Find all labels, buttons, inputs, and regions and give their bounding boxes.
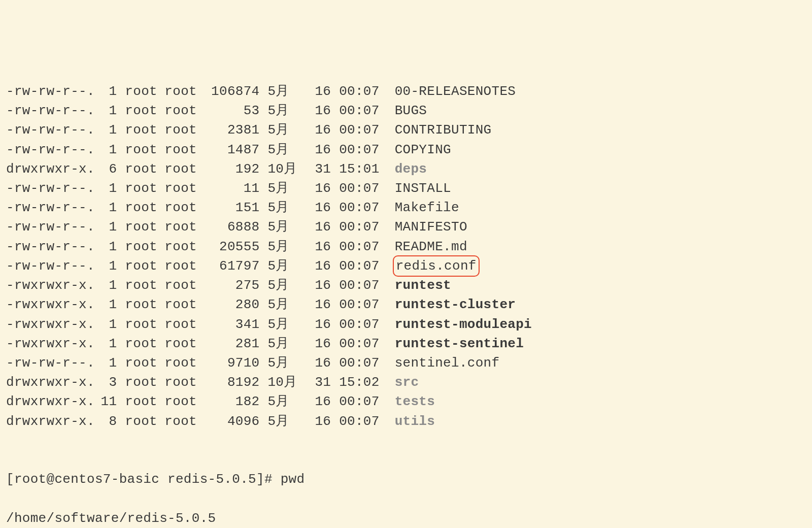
file-link-count: 1 — [93, 101, 117, 120]
file-month: 10月 — [267, 373, 307, 392]
file-permissions: -rw-rw-r--. — [6, 353, 93, 373]
file-link-count: 8 — [93, 412, 117, 431]
file-month: 5月 — [267, 334, 307, 353]
file-group: root — [164, 353, 204, 373]
file-permissions: -rw-rw-r--. — [6, 256, 93, 276]
file-permissions: -rwxrwxr-x. — [6, 315, 93, 334]
file-size: 275 — [204, 276, 259, 295]
file-link-count: 1 — [93, 179, 117, 198]
file-link-count: 11 — [93, 392, 117, 411]
file-size: 1487 — [204, 140, 259, 159]
file-month: 5月 — [267, 82, 307, 101]
file-owner: root — [125, 237, 164, 256]
shell-prompt-line[interactable]: [root@centos7-basic redis-5.0.5]# pwd — [6, 470, 806, 489]
file-listing-row: -rw-rw-r--.1 rootroot1487 5月 16 00:07 CO… — [6, 140, 806, 159]
file-time: 15:01 — [339, 159, 387, 179]
file-owner: root — [125, 256, 164, 276]
file-listing-row: -rwxrwxr-x.1 rootroot275 5月 16 00:07 run… — [6, 276, 806, 295]
file-time: 00:07 — [339, 101, 387, 120]
file-group: root — [164, 120, 204, 140]
file-group: root — [164, 256, 204, 276]
file-listing-row: -rw-rw-r--.1 rootroot61797 5月 16 00:07 r… — [6, 256, 806, 276]
file-link-count: 1 — [93, 198, 117, 217]
file-time: 15:02 — [339, 373, 387, 392]
file-group: root — [164, 140, 204, 159]
file-day: 16 — [307, 179, 331, 198]
file-size: 192 — [204, 159, 259, 179]
file-month: 5月 — [267, 140, 307, 159]
file-size: 9710 — [204, 353, 259, 373]
file-day: 16 — [307, 412, 331, 431]
file-time: 00:07 — [339, 334, 387, 353]
file-size: 6888 — [204, 217, 259, 237]
file-owner: root — [125, 295, 164, 314]
file-permissions: -rw-rw-r--. — [6, 198, 93, 217]
file-group: root — [164, 237, 204, 256]
file-owner: root — [125, 217, 164, 237]
file-day: 16 — [307, 353, 331, 373]
file-permissions: -rw-rw-r--. — [6, 217, 93, 237]
file-group: root — [164, 198, 204, 217]
file-owner: root — [125, 140, 164, 159]
file-link-count: 6 — [93, 159, 117, 179]
file-month: 5月 — [267, 315, 307, 334]
file-time: 00:07 — [339, 140, 387, 159]
file-size: 53 — [204, 101, 259, 120]
file-month: 5月 — [267, 101, 307, 120]
file-group: root — [164, 179, 204, 198]
file-group: root — [164, 82, 204, 101]
file-listing-row: -rw-rw-r--.1 rootroot151 5月 16 00:07 Mak… — [6, 198, 806, 217]
file-group: root — [164, 101, 204, 120]
file-listing-row: -rw-rw-r--.1 rootroot20555 5月 16 00:07 R… — [6, 237, 806, 256]
file-owner: root — [125, 315, 164, 334]
file-time: 00:07 — [339, 237, 387, 256]
file-group: root — [164, 373, 204, 392]
file-time: 00:07 — [339, 256, 387, 276]
file-owner: root — [125, 159, 164, 179]
file-owner: root — [125, 82, 164, 101]
file-time: 00:07 — [339, 392, 387, 411]
filename: runtest-sentinel — [395, 336, 524, 351]
file-day: 16 — [307, 101, 331, 120]
file-permissions: -rw-rw-r--. — [6, 179, 93, 198]
file-size: 151 — [204, 198, 259, 217]
file-link-count: 1 — [93, 140, 117, 159]
file-link-count: 1 — [93, 256, 117, 276]
file-link-count: 1 — [93, 120, 117, 140]
file-day: 31 — [307, 373, 331, 392]
file-permissions: -rw-rw-r--. — [6, 140, 93, 159]
file-listing-row: drwxrwxr-x.8 rootroot4096 5月 16 00:07 ut… — [6, 412, 806, 431]
file-size: 4096 — [204, 412, 259, 431]
file-day: 16 — [307, 120, 331, 140]
filename: BUGS — [395, 103, 427, 118]
file-owner: root — [125, 198, 164, 217]
file-permissions: -rw-rw-r--. — [6, 101, 93, 120]
file-time: 00:07 — [339, 295, 387, 314]
file-month: 5月 — [267, 217, 307, 237]
file-link-count: 1 — [93, 82, 117, 101]
file-owner: root — [125, 276, 164, 295]
file-permissions: -rwxrwxr-x. — [6, 334, 93, 353]
file-month: 5月 — [267, 256, 307, 276]
file-size: 2381 — [204, 120, 259, 140]
file-day: 16 — [307, 198, 331, 217]
filename: sentinel.conf — [395, 355, 500, 371]
filename: README.md — [395, 239, 467, 254]
filename: deps — [395, 161, 427, 177]
file-group: root — [164, 315, 204, 334]
file-size: 106874 — [204, 82, 259, 101]
file-owner: root — [125, 412, 164, 431]
file-listing-row: drwxrwxr-x.3 rootroot8192 10月 31 15:02 s… — [6, 373, 806, 392]
file-link-count: 1 — [93, 237, 117, 256]
file-owner: root — [125, 334, 164, 353]
file-size: 341 — [204, 315, 259, 334]
filename: tests — [395, 394, 435, 409]
filename: 00-RELEASENOTES — [395, 84, 516, 99]
filename: MANIFESTO — [395, 219, 467, 235]
file-month: 5月 — [267, 276, 307, 295]
pwd-output: /home/software/redis-5.0.5 — [6, 509, 806, 528]
filename: utils — [395, 414, 435, 429]
file-size: 11 — [204, 179, 259, 198]
file-day: 16 — [307, 334, 331, 353]
file-group: root — [164, 412, 204, 431]
